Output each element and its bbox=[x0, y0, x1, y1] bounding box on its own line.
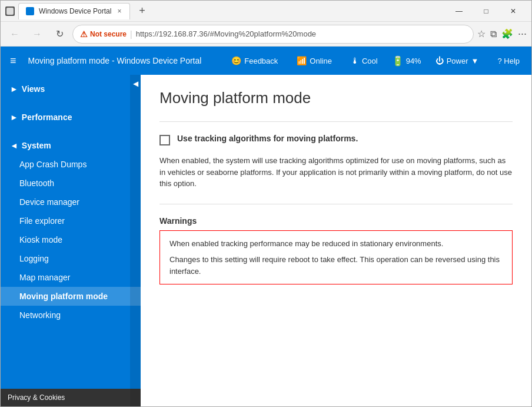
warning-box: When enabled tracking performance may be… bbox=[159, 230, 513, 285]
sidebar-item-moving-platform-mode[interactable]: Moving platform mode bbox=[1, 287, 141, 306]
content-area: Moving platform mode Use tracking algori… bbox=[141, 75, 531, 406]
sidebar-item-app-crash-dumps[interactable]: App Crash Dumps bbox=[1, 155, 141, 174]
logging-label: Logging bbox=[19, 254, 49, 263]
feedback-button[interactable]: 😊 Feedback bbox=[227, 54, 282, 68]
sidebar-item-map-manager[interactable]: Map manager bbox=[1, 268, 141, 287]
sidebar: ◀ ► Views ► Performance ◄ System bbox=[1, 75, 141, 406]
sidebar-system-section: ◄ System App Crash Dumps Bluetooth Devic… bbox=[1, 131, 141, 329]
cool-label: Cool bbox=[362, 57, 378, 65]
file-explorer-label: File explorer bbox=[19, 216, 65, 226]
sidebar-group-system[interactable]: ◄ System bbox=[1, 136, 141, 155]
sidebar-views-section: ► Views bbox=[1, 75, 141, 103]
browser-icon bbox=[5, 6, 15, 16]
collections-icon[interactable]: ⧉ bbox=[490, 29, 497, 39]
title-bar-left: Windows Device Portal × + bbox=[5, 3, 150, 19]
tab-favicon bbox=[26, 7, 34, 15]
browser-menu-button[interactable]: ··· bbox=[518, 28, 527, 40]
forward-button[interactable]: → bbox=[28, 25, 46, 44]
close-button[interactable]: ✕ bbox=[500, 1, 527, 22]
battery-icon: 🔋 bbox=[392, 55, 404, 67]
map-manager-label: Map manager bbox=[19, 273, 70, 282]
online-status: 📶 Online bbox=[292, 54, 337, 68]
performance-arrow-icon: ► bbox=[10, 112, 18, 122]
address-icons: ☆ ⧉ 🧩 ··· bbox=[477, 28, 527, 40]
sidebar-performance-section: ► Performance bbox=[1, 103, 141, 131]
app-title: Moving platform mode - Windows Device Po… bbox=[28, 56, 218, 65]
views-arrow-icon: ► bbox=[10, 84, 18, 94]
page-title: Moving platform mode bbox=[159, 89, 513, 107]
power-arrow-icon: ▼ bbox=[471, 57, 479, 65]
browser-tab[interactable]: Windows Device Portal × bbox=[18, 3, 130, 19]
warning-icon: ⚠ bbox=[80, 29, 88, 39]
back-button[interactable]: ← bbox=[5, 25, 24, 44]
not-secure-text: Not secure bbox=[90, 30, 127, 38]
sidebar-item-bluetooth[interactable]: Bluetooth bbox=[1, 174, 141, 193]
online-label: Online bbox=[310, 57, 332, 65]
performance-label: Performance bbox=[22, 112, 72, 122]
temperature-status: 🌡 Cool bbox=[346, 54, 383, 68]
battery-level: 94% bbox=[406, 57, 421, 65]
checkbox-section: Use tracking algorithms for moving platf… bbox=[159, 134, 513, 145]
description-text: When enabled, the system will use tracki… bbox=[159, 155, 513, 190]
warning-line-1: When enabled tracking performance may be… bbox=[169, 238, 503, 250]
privacy-cookies-label: Privacy & Cookies bbox=[8, 393, 65, 402]
help-label: ? Help bbox=[497, 57, 520, 65]
sidebar-group-views[interactable]: ► Views bbox=[1, 80, 141, 98]
warnings-title: Warnings bbox=[159, 216, 513, 226]
main-layout: ◀ ► Views ► Performance ◄ System bbox=[1, 75, 531, 406]
maximize-button[interactable]: □ bbox=[473, 1, 500, 22]
tracking-checkbox[interactable] bbox=[159, 135, 170, 145]
hamburger-menu[interactable]: ≡ bbox=[8, 52, 19, 70]
networking-label: Networking bbox=[19, 310, 61, 320]
power-button[interactable]: ⏻ Power ▼ bbox=[431, 54, 484, 68]
not-secure-indicator: ⚠ Not secure bbox=[80, 29, 127, 39]
system-arrow-icon: ◄ bbox=[10, 141, 18, 150]
views-label: Views bbox=[22, 84, 45, 94]
middle-divider bbox=[159, 204, 513, 204]
battery-status: 🔋 94% bbox=[392, 55, 421, 67]
kiosk-mode-label: Kiosk mode bbox=[19, 235, 62, 244]
thermometer-icon: 🌡 bbox=[351, 56, 359, 65]
feedback-label: Feedback bbox=[244, 57, 278, 65]
moving-platform-mode-label: Moving platform mode bbox=[19, 292, 108, 301]
sidebar-item-file-explorer[interactable]: File explorer bbox=[1, 211, 141, 230]
checkbox-label: Use tracking algorithms for moving platf… bbox=[177, 134, 358, 143]
refresh-button[interactable]: ↻ bbox=[50, 25, 69, 44]
window-controls: — □ ✕ bbox=[445, 1, 527, 22]
bluetooth-label: Bluetooth bbox=[19, 178, 54, 188]
tab-title: Windows Device Portal bbox=[39, 7, 111, 15]
sidebar-footer[interactable]: Privacy & Cookies bbox=[1, 389, 141, 406]
feedback-icon: 😊 bbox=[231, 56, 241, 65]
minimize-button[interactable]: — bbox=[445, 1, 473, 22]
sidebar-group-performance[interactable]: ► Performance bbox=[1, 108, 141, 127]
device-manager-label: Device manager bbox=[19, 197, 79, 207]
app-toolbar: ≡ Moving platform mode - Windows Device … bbox=[1, 47, 531, 75]
favorites-icon[interactable]: ☆ bbox=[477, 28, 486, 39]
sidebar-item-kiosk-mode[interactable]: Kiosk mode bbox=[1, 230, 141, 249]
extensions-icon[interactable]: 🧩 bbox=[501, 28, 513, 39]
svg-rect-0 bbox=[6, 8, 14, 15]
power-label: Power bbox=[447, 57, 468, 65]
address-bar: ← → ↻ ⚠ Not secure | https://192.168.87.… bbox=[1, 22, 531, 47]
new-tab-button[interactable]: + bbox=[134, 3, 150, 19]
app-crash-dumps-label: App Crash Dumps bbox=[19, 160, 87, 169]
warning-line-2: Changes to this setting will require reb… bbox=[169, 254, 503, 277]
help-button[interactable]: ? Help bbox=[493, 54, 524, 68]
top-divider bbox=[159, 121, 513, 122]
wifi-icon: 📶 bbox=[297, 56, 307, 65]
tab-close-button[interactable]: × bbox=[116, 6, 122, 16]
title-bar: Windows Device Portal × + — □ ✕ bbox=[1, 1, 531, 22]
system-label: System bbox=[22, 141, 51, 150]
sidebar-item-networking[interactable]: Networking bbox=[1, 306, 141, 325]
address-box[interactable]: ⚠ Not secure | https://192.168.87.36/#Mo… bbox=[72, 25, 474, 44]
sidebar-item-device-manager[interactable]: Device manager bbox=[1, 193, 141, 211]
power-icon: ⏻ bbox=[435, 56, 444, 65]
url-text: https://192.168.87.36/#Moving%20platform… bbox=[136, 29, 316, 38]
url-divider: | bbox=[130, 29, 132, 39]
sidebar-item-logging[interactable]: Logging bbox=[1, 249, 141, 268]
sidebar-collapse-button[interactable]: ◀ bbox=[130, 75, 141, 406]
